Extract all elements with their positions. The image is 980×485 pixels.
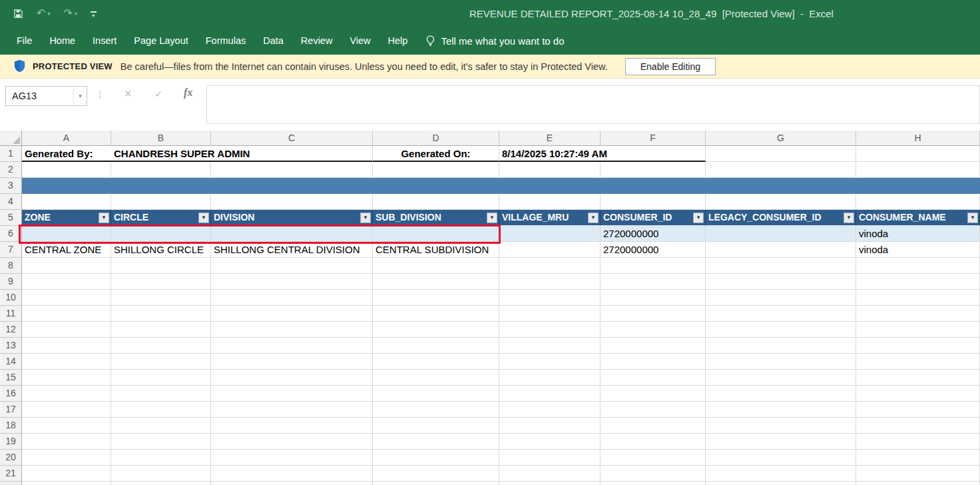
cell-E9[interactable] <box>499 274 601 290</box>
cell-A14[interactable] <box>22 354 111 370</box>
cell-F4[interactable] <box>601 194 706 210</box>
cell-E1[interactable]: 8/14/2025 10:27:49 AM <box>499 146 601 162</box>
row-header-1[interactable]: 1 <box>0 146 22 162</box>
cell-E21[interactable] <box>499 466 601 482</box>
cell-A18[interactable] <box>22 418 111 434</box>
cell-C13[interactable] <box>211 338 373 354</box>
cell-B20[interactable] <box>111 450 211 466</box>
cell-F8[interactable] <box>601 258 706 274</box>
cell-H21[interactable] <box>856 466 980 482</box>
redo-button[interactable]: ↷ ▾ <box>63 8 77 19</box>
cell-A1[interactable]: Generated By: <box>22 146 111 162</box>
cell-D22[interactable] <box>373 482 499 485</box>
cell-G7[interactable] <box>706 242 856 258</box>
cell-E6[interactable] <box>499 226 601 242</box>
row-header-21[interactable]: 21 <box>0 466 22 482</box>
insert-function-icon[interactable]: fx <box>184 87 192 99</box>
enter-icon[interactable]: ✓ <box>154 88 163 100</box>
cell-H13[interactable] <box>856 338 980 354</box>
header-cell-ZONE[interactable]: ZONE▾ <box>22 210 111 226</box>
cell-G2[interactable] <box>706 162 856 178</box>
name-box-dropdown-icon[interactable]: ▾ <box>73 87 87 105</box>
cell-B22[interactable] <box>111 482 211 485</box>
cell-D20[interactable] <box>373 450 499 466</box>
cell-B8[interactable] <box>111 258 211 274</box>
cell-D16[interactable] <box>373 386 499 402</box>
row-header-17[interactable]: 17 <box>0 402 22 418</box>
column-header-H[interactable]: H <box>856 131 980 146</box>
filter-dropdown-button-ZONE[interactable]: ▾ <box>99 213 109 223</box>
row-header-6[interactable]: 6 <box>0 226 22 242</box>
row-header-19[interactable]: 19 <box>0 434 22 450</box>
cell-B17[interactable] <box>111 402 211 418</box>
row-header-13[interactable]: 13 <box>0 338 22 354</box>
ribbon-tab-data[interactable]: Data <box>254 27 292 55</box>
cell-F9[interactable] <box>601 274 706 290</box>
cell-E12[interactable] <box>499 322 601 338</box>
ribbon-tab-page-layout[interactable]: Page Layout <box>125 27 196 55</box>
cell-A13[interactable] <box>22 338 111 354</box>
cell-H1[interactable] <box>856 146 980 162</box>
cell-C4[interactable] <box>211 194 373 210</box>
cell-D7[interactable]: CENTRAL SUBDIVISION <box>373 242 499 258</box>
blue-band-row[interactable] <box>22 178 980 194</box>
cell-F22[interactable] <box>601 482 706 485</box>
row-header-11[interactable]: 11 <box>0 306 22 322</box>
cell-G22[interactable] <box>706 482 856 485</box>
cell-D13[interactable] <box>373 338 499 354</box>
cell-G9[interactable] <box>706 274 856 290</box>
cell-B19[interactable] <box>111 434 211 450</box>
cell-G6[interactable] <box>706 226 856 242</box>
cell-F1[interactable] <box>601 146 706 162</box>
cell-H7[interactable]: vinoda <box>856 242 980 258</box>
ribbon-tab-review[interactable]: Review <box>292 27 342 55</box>
cell-B12[interactable] <box>111 322 211 338</box>
column-header-E[interactable]: E <box>499 131 601 146</box>
row-header-16[interactable]: 16 <box>0 386 22 402</box>
cell-D4[interactable] <box>373 194 499 210</box>
row-header-18[interactable]: 18 <box>0 418 22 434</box>
cell-C17[interactable] <box>211 402 373 418</box>
cell-G1[interactable] <box>706 146 856 162</box>
header-cell-CIRCLE[interactable]: CIRCLE▾ <box>111 210 211 226</box>
cell-D19[interactable] <box>373 434 499 450</box>
row-header-10[interactable]: 10 <box>0 290 22 306</box>
row-header-9[interactable]: 9 <box>0 274 22 290</box>
row-header-20[interactable]: 20 <box>0 450 22 466</box>
cell-E22[interactable] <box>499 482 601 485</box>
cell-C21[interactable] <box>211 466 373 482</box>
row-header-7[interactable]: 7 <box>0 242 22 258</box>
cell-B7[interactable]: SHILLONG CIRCLE <box>111 242 211 258</box>
formula-bar-drag-handle[interactable]: ⁞ <box>99 90 101 101</box>
cell-H12[interactable] <box>856 322 980 338</box>
cell-G20[interactable] <box>706 450 856 466</box>
row-header-4[interactable]: 4 <box>0 194 22 210</box>
cell-F6[interactable]: 2720000000 <box>601 226 706 242</box>
cell-F17[interactable] <box>601 402 706 418</box>
column-header-D[interactable]: D <box>373 131 499 146</box>
row-header-8[interactable]: 8 <box>0 258 22 274</box>
cell-C20[interactable] <box>211 450 373 466</box>
cell-A16[interactable] <box>22 386 111 402</box>
cell-B15[interactable] <box>111 370 211 386</box>
cell-A7[interactable]: CENTRAL ZONE <box>22 242 111 258</box>
column-header-A[interactable]: A <box>22 131 111 146</box>
cell-C11[interactable] <box>211 306 373 322</box>
cell-F2[interactable] <box>601 162 706 178</box>
cell-B21[interactable] <box>111 466 211 482</box>
cell-C9[interactable] <box>211 274 373 290</box>
cell-B14[interactable] <box>111 354 211 370</box>
row-header-2[interactable]: 2 <box>0 162 22 178</box>
cell-B16[interactable] <box>111 386 211 402</box>
header-cell-DIVISION[interactable]: DIVISION▾ <box>211 210 373 226</box>
enable-editing-button[interactable]: Enable Editing <box>625 58 716 75</box>
cell-D18[interactable] <box>373 418 499 434</box>
header-cell-SUB_DIVISION[interactable]: SUB_DIVISION▾ <box>373 210 499 226</box>
redo-dropdown-caret-icon[interactable]: ▾ <box>75 11 77 17</box>
cell-E14[interactable] <box>499 354 601 370</box>
cell-G19[interactable] <box>706 434 856 450</box>
row-header-14[interactable]: 14 <box>0 354 22 370</box>
cell-C15[interactable] <box>211 370 373 386</box>
filter-dropdown-button-CIRCLE[interactable]: ▾ <box>198 213 209 223</box>
cell-B6[interactable] <box>111 226 211 242</box>
